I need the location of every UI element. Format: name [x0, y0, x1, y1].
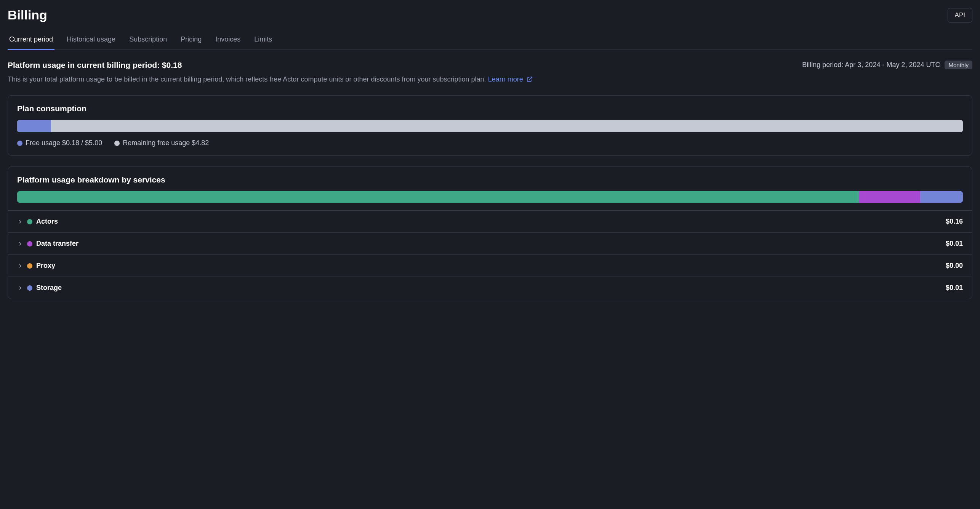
- legend-used-label: Free usage $0.18 / $5.00: [26, 139, 102, 147]
- breakdown-segment-data-transfer: [859, 191, 920, 203]
- service-value: $0.16: [946, 218, 963, 226]
- service-color-dot: [27, 219, 32, 224]
- service-name: Data transfer: [36, 240, 78, 248]
- service-name: Actors: [36, 218, 58, 226]
- tab-subscription[interactable]: Subscription: [128, 32, 168, 50]
- usage-summary-title: Platform usage in current billing period…: [8, 61, 182, 70]
- chevron-right-icon: [17, 285, 23, 291]
- breakdown-bar: [17, 191, 963, 203]
- api-button[interactable]: API: [948, 8, 972, 22]
- description-text: This is your total platform usage to be …: [8, 75, 488, 83]
- plan-consumption-bar: [17, 120, 963, 132]
- chevron-right-icon: [17, 241, 23, 247]
- breakdown-row-storage[interactable]: Storage$0.01: [8, 277, 972, 299]
- service-color-dot: [27, 241, 32, 246]
- breakdown-segment-storage: [920, 191, 963, 203]
- service-name: Storage: [36, 284, 62, 292]
- breakdown-title: Platform usage breakdown by services: [17, 175, 963, 184]
- breakdown-list: Actors$0.16Data transfer$0.01Proxy$0.00S…: [8, 210, 972, 299]
- breakdown-row-left: Data transfer: [17, 240, 78, 248]
- legend-dot-remaining: [114, 141, 120, 146]
- legend-dot-used: [17, 141, 22, 146]
- svg-line-0: [529, 77, 532, 80]
- billing-cycle-badge: Monthly: [945, 61, 972, 69]
- service-value: $0.01: [946, 284, 963, 292]
- chevron-right-icon: [17, 263, 23, 269]
- breakdown-segment-actors: [17, 191, 859, 203]
- chevron-right-icon: [17, 219, 23, 225]
- service-color-dot: [27, 263, 32, 269]
- breakdown-row-actors[interactable]: Actors$0.16: [8, 211, 972, 233]
- service-color-dot: [27, 285, 32, 291]
- legend-free-usage: Free usage $0.18 / $5.00: [17, 139, 102, 147]
- breakdown-row-proxy[interactable]: Proxy$0.00: [8, 255, 972, 277]
- page-title: Billing: [8, 8, 47, 22]
- plan-bar-remaining-segment: [51, 120, 963, 132]
- billing-period-text: Billing period: Apr 3, 2024 - May 2, 202…: [802, 61, 940, 69]
- tab-limits[interactable]: Limits: [253, 32, 274, 50]
- service-name: Proxy: [36, 262, 55, 270]
- page-header: Billing API: [8, 8, 972, 22]
- breakdown-card: Platform usage breakdown by services Act…: [8, 166, 972, 299]
- plan-consumption-card: Plan consumption Free usage $0.18 / $5.0…: [8, 95, 972, 156]
- tab-invoices[interactable]: Invoices: [214, 32, 242, 50]
- breakdown-row-left: Actors: [17, 218, 58, 226]
- breakdown-row-left: Storage: [17, 284, 62, 292]
- plan-bar-used-segment: [17, 120, 51, 132]
- plan-consumption-title: Plan consumption: [17, 104, 963, 113]
- learn-more-link[interactable]: Learn more: [488, 75, 533, 83]
- tab-current-period[interactable]: Current period: [8, 32, 54, 50]
- legend-remaining: Remaining free usage $4.82: [114, 139, 209, 147]
- summary-row: Platform usage in current billing period…: [8, 61, 972, 70]
- tab-pricing[interactable]: Pricing: [179, 32, 203, 50]
- plan-legend: Free usage $0.18 / $5.00 Remaining free …: [17, 139, 963, 147]
- service-value: $0.00: [946, 262, 963, 270]
- external-link-icon: [527, 76, 533, 82]
- tab-historical-usage[interactable]: Historical usage: [65, 32, 117, 50]
- legend-remaining-label: Remaining free usage $4.82: [123, 139, 209, 147]
- usage-description: This is your total platform usage to be …: [8, 74, 972, 85]
- service-value: $0.01: [946, 240, 963, 248]
- billing-tabs: Current periodHistorical usageSubscripti…: [8, 32, 972, 50]
- breakdown-row-left: Proxy: [17, 262, 55, 270]
- learn-more-label: Learn more: [488, 75, 523, 83]
- billing-period-info: Billing period: Apr 3, 2024 - May 2, 202…: [802, 61, 972, 69]
- breakdown-row-data-transfer[interactable]: Data transfer$0.01: [8, 233, 972, 255]
